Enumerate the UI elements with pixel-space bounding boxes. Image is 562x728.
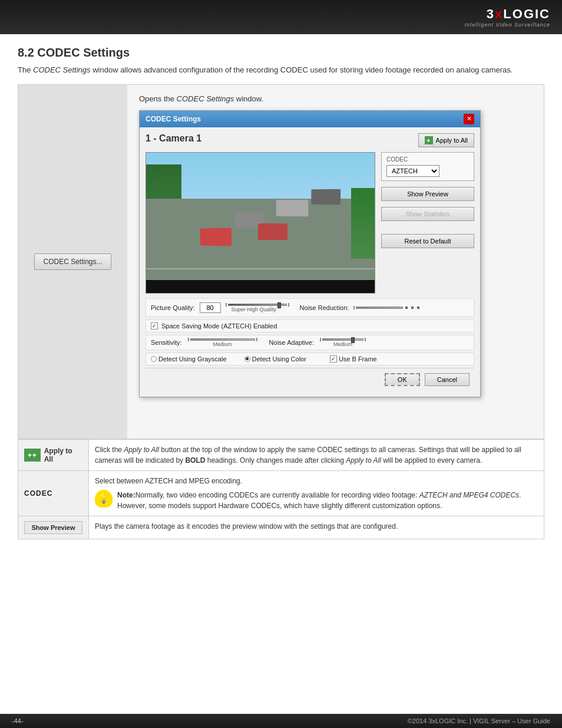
codec-cell-header: CODEC <box>18 470 89 516</box>
quality-row: Picture Quality: Super-High Quality <box>146 298 474 317</box>
codec-right-panel: CODEC AZTECH MPEG4 Show Preview <box>381 152 474 294</box>
quality-input[interactable] <box>200 302 221 313</box>
codec-group-label: CODEC <box>386 156 469 163</box>
show-preview-table-button[interactable]: Show Preview <box>24 521 82 534</box>
use-b-frame-checkbox[interactable]: ✓ Use B Frame <box>330 355 377 363</box>
logo: 3xLOGIC Intelligent Video Surveillance <box>465 6 550 28</box>
apply-icon: ✦ <box>425 136 433 144</box>
dialog-title: CODEC Settings <box>146 115 201 123</box>
apply-all-label: Apply to All <box>436 137 468 144</box>
noise-label: Noise Reduction: <box>300 304 349 311</box>
quality-slider-label: Super-High Quality <box>232 307 276 312</box>
dialog-close-button[interactable]: ✕ <box>464 114 474 124</box>
show-preview-cell-content: Plays the camera footage as it encodes t… <box>89 516 544 539</box>
dialog-titlebar: CODEC Settings ✕ <box>140 111 480 127</box>
noise-slider-track[interactable] <box>353 306 421 309</box>
car-dark <box>311 189 340 204</box>
space-saving-row: ✓ Space Saving Mode (AZTECH) Enabled <box>146 319 474 332</box>
detect-color-radio[interactable]: Detect Using Color <box>244 355 306 363</box>
show-preview-cell-header: Show Preview <box>18 516 89 539</box>
dialog-footer: OK Cancel <box>146 368 474 391</box>
logo-x: x <box>495 6 503 21</box>
illust-caption: Opens the CODEC Settings window. <box>139 94 532 103</box>
table-row-apply-all: ✦✦ Apply to All Click the Apply to All b… <box>18 439 544 470</box>
dialog-body: 1 - Camera 1 ✦ Apply to All <box>140 127 480 397</box>
show-preview-button[interactable]: Show Preview <box>381 187 474 201</box>
apply-all-cell-content: Click the Apply to All button at the top… <box>89 439 544 470</box>
codec-group: CODEC AZTECH MPEG4 <box>381 152 474 181</box>
sensitivity-slider-container: Medium <box>188 338 257 347</box>
page-number: -44- <box>12 717 24 724</box>
section-intro: The CODEC Settings window allows advance… <box>18 64 544 76</box>
sensitivity-slider-label: Medium <box>213 341 232 347</box>
codec-cell-content: Select between AZTECH and MPEG encoding.… <box>89 470 544 516</box>
dialog-main-area: CODEC AZTECH MPEG4 Show Preview <box>146 152 474 294</box>
svg-text:✦: ✦ <box>426 137 431 144</box>
reset-to-default-button[interactable]: Reset to Default <box>381 234 474 248</box>
dialog-top-row: 1 - Camera 1 ✦ Apply to All <box>146 133 474 147</box>
apply-all-button[interactable]: ✦ Apply to All <box>418 133 474 147</box>
apply-all-cell-header: ✦✦ Apply to All <box>18 439 89 470</box>
svg-text:✦✦: ✦✦ <box>27 452 37 459</box>
illustration-container: CODEC Settings... Opens the CODEC Settin… <box>18 84 544 439</box>
footer-bar: -44- ©2014 3xLOGIC Inc. | VIGIL Server –… <box>0 714 562 728</box>
codec-select-row: AZTECH MPEG4 <box>386 165 469 177</box>
quality-label: Picture Quality: <box>151 304 195 311</box>
page-header: 3xLOGIC Intelligent Video Surveillance <box>0 0 562 34</box>
logo-text: 3xLOGIC <box>487 6 550 22</box>
sensitivity-label: Sensitivity: <box>151 339 182 346</box>
codec-settings-button[interactable]: CODEC Settings... <box>34 253 111 270</box>
car-red <box>200 228 232 246</box>
noise-adaptive-slider-container: Medium <box>320 338 366 347</box>
space-saving-label: Space Saving Mode (AZTECH) Enabled <box>161 322 277 330</box>
noise-adaptive-slider-label: Medium <box>333 341 352 347</box>
sensitivity-row: Sensitivity: Medium Noise Adaptive: <box>146 335 474 350</box>
page-content: 8.2 CODEC Settings The CODEC Settings wi… <box>0 34 562 551</box>
detect-grayscale-radio[interactable]: Detect Using Grayscale <box>151 355 227 363</box>
car-grey2 <box>276 199 308 216</box>
codec-dialog: CODEC Settings ✕ 1 - Camera 1 ✦ <box>139 110 481 397</box>
codec-select[interactable]: AZTECH MPEG4 <box>386 165 439 177</box>
hedge-right <box>351 188 375 259</box>
apply-all-table-label: Apply to All <box>44 447 82 463</box>
left-panel: CODEC Settings... <box>18 85 127 439</box>
bottom-bar <box>146 280 375 293</box>
copyright-text: ©2014 3xLOGIC Inc. | VIGIL Server – User… <box>408 717 550 724</box>
cancel-button[interactable]: Cancel <box>425 373 470 386</box>
ok-button[interactable]: OK <box>385 373 420 386</box>
logo-subtitle: Intelligent Video Surveillance <box>465 22 550 28</box>
show-statistics-button[interactable]: Show Statistics <box>381 207 474 221</box>
detect-row: Detect Using Grayscale Detect Using Colo… <box>146 353 474 365</box>
info-table: ✦✦ Apply to All Click the Apply to All b… <box>18 439 544 539</box>
section-title: 8.2 CODEC Settings <box>18 46 544 60</box>
table-row-show-preview: Show Preview Plays the camera footage as… <box>18 516 544 539</box>
apply-green-icon: ✦✦ <box>24 449 41 462</box>
camera-preview <box>146 152 375 294</box>
quality-slider-container: Super-High Quality <box>226 303 289 312</box>
space-saving-checkbox[interactable]: ✓ <box>151 322 158 330</box>
table-row-codec: CODEC Select between AZTECH and MPEG enc… <box>18 470 544 516</box>
noise-adaptive-label: Noise Adaptive: <box>269 339 314 346</box>
camera-label: 1 - Camera 1 <box>146 133 201 144</box>
road-line <box>146 268 375 269</box>
car-red2 <box>258 223 287 240</box>
note-row: 💡 Note:Normally, two video encoding CODE… <box>95 490 538 511</box>
apply-all-cell-icon: ✦✦ Apply to All <box>24 447 82 463</box>
right-panel: Opens the CODEC Settings window. CODEC S… <box>127 85 544 439</box>
codec-content-main: Select between AZTECH and MPEG encoding. <box>95 476 538 486</box>
note-text: Note:Normally, two video encoding CODECs… <box>117 490 538 511</box>
note-bulb-icon: 💡 <box>95 490 113 508</box>
codec-cell-label: CODEC <box>24 489 52 498</box>
